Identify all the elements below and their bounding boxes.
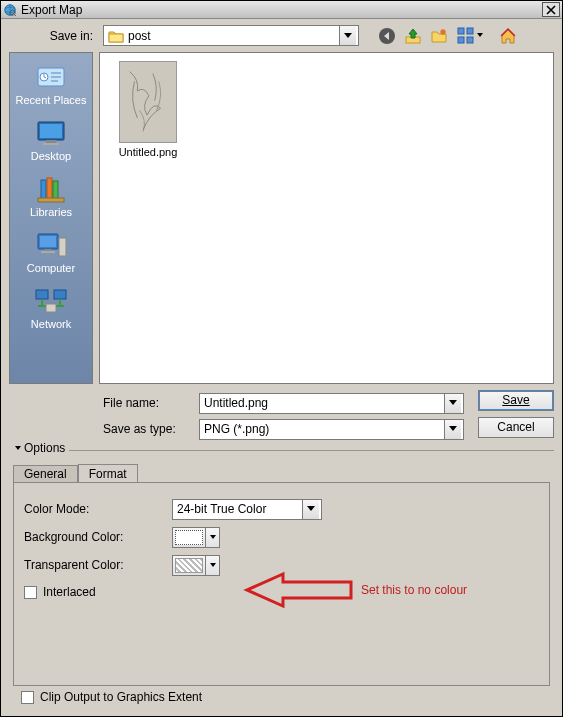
svg-rect-30 [44, 249, 52, 251]
color-swatch [175, 558, 203, 573]
place-label: Libraries [30, 206, 72, 218]
view-icon [457, 27, 475, 45]
navigation-toolbar [377, 26, 518, 46]
options-separator: Options [16, 450, 554, 451]
svg-rect-18 [51, 80, 58, 82]
home-icon [499, 27, 517, 45]
svg-rect-20 [40, 124, 62, 138]
file-item[interactable]: Untitled.png [108, 61, 188, 158]
svg-rect-17 [51, 76, 61, 78]
background-color-label: Background Color: [24, 530, 164, 544]
close-button[interactable] [542, 2, 560, 17]
background-color-picker[interactable] [172, 527, 220, 548]
tab-format[interactable]: Format [78, 464, 138, 483]
svg-rect-24 [47, 178, 52, 200]
place-recent[interactable]: Recent Places [12, 59, 90, 109]
app-icon [3, 3, 17, 17]
dialog-content: Save in: post [1, 19, 562, 716]
svg-rect-26 [38, 198, 64, 202]
chevron-down-icon [15, 446, 21, 450]
dropdown-icon[interactable] [339, 26, 356, 45]
network-icon [34, 286, 68, 316]
svg-rect-23 [41, 180, 46, 200]
color-swatch [175, 530, 203, 545]
interlaced-label: Interlaced [43, 585, 96, 599]
up-one-level-button[interactable] [403, 26, 423, 46]
back-icon [378, 27, 396, 45]
svg-rect-3 [109, 34, 123, 42]
svg-rect-10 [458, 28, 464, 34]
folder-icon [108, 29, 124, 43]
color-mode-combo[interactable]: 24-bit True Color [172, 499, 322, 520]
new-folder-button[interactable] [429, 26, 449, 46]
save-as-type-label: Save as type: [103, 422, 191, 436]
place-libraries[interactable]: Libraries [12, 171, 90, 221]
svg-rect-28 [40, 236, 56, 247]
svg-rect-16 [51, 72, 61, 74]
computer-icon [34, 230, 68, 260]
interlaced-checkbox[interactable] [24, 586, 37, 599]
place-computer[interactable]: Computer [12, 227, 90, 277]
export-map-dialog: Export Map Save in: post [0, 0, 563, 717]
svg-rect-25 [53, 181, 58, 200]
file-name-label: File name: [103, 396, 191, 410]
svg-rect-12 [458, 37, 464, 43]
file-name-value: Untitled.png [204, 396, 268, 410]
file-name-input[interactable]: Untitled.png [199, 393, 464, 414]
bottom-row: Clip Output to Graphics Extent [9, 686, 554, 712]
desktop-icon [34, 118, 68, 148]
svg-rect-29 [59, 238, 66, 256]
transparent-color-label: Transparent Color: [24, 558, 164, 572]
color-mode-value: 24-bit True Color [177, 502, 266, 516]
save-in-folder-name: post [128, 29, 151, 43]
back-button[interactable] [377, 26, 397, 46]
file-area: Recent Places Desktop Libraries [9, 52, 554, 384]
libraries-icon [34, 174, 68, 204]
svg-line-2 [14, 14, 16, 16]
svg-rect-21 [46, 140, 56, 143]
svg-rect-11 [467, 28, 473, 34]
up-arrow-icon [404, 27, 422, 45]
options-expander[interactable]: Options [15, 441, 69, 455]
save-button[interactable]: Save [478, 390, 554, 411]
transparent-color-picker[interactable] [172, 555, 220, 576]
clip-output-checkbox[interactable] [21, 691, 34, 704]
place-label: Computer [27, 262, 75, 274]
file-listing[interactable]: Untitled.png [99, 52, 554, 384]
save-as-type-combo[interactable]: PNG (*.png) [199, 419, 464, 440]
save-in-row: Save in: post [9, 25, 554, 46]
new-folder-icon [430, 27, 448, 45]
options-label: Options [24, 441, 65, 455]
close-icon [546, 5, 556, 15]
dropdown-icon[interactable] [205, 528, 219, 547]
format-tab-panel: Color Mode: 24-bit True Color Background… [13, 482, 550, 686]
dropdown-icon[interactable] [444, 420, 461, 439]
svg-rect-37 [46, 304, 56, 312]
cancel-button[interactable]: Cancel [478, 417, 554, 438]
save-as-type-value: PNG (*.png) [204, 422, 269, 436]
file-name-label: Untitled.png [119, 146, 178, 158]
dropdown-icon[interactable] [302, 500, 319, 519]
clip-output-label: Clip Output to Graphics Extent [40, 690, 202, 704]
place-desktop[interactable]: Desktop [12, 115, 90, 165]
place-label: Recent Places [16, 94, 87, 106]
dropdown-icon[interactable] [444, 394, 461, 413]
chevron-down-icon [477, 33, 483, 38]
dropdown-icon[interactable] [205, 556, 219, 575]
home-button[interactable] [498, 26, 518, 46]
window-title: Export Map [21, 3, 82, 17]
place-label: Network [31, 318, 71, 330]
svg-rect-22 [43, 143, 59, 145]
name-section: File name: Untitled.png Save as type: PN… [9, 390, 554, 442]
save-in-label: Save in: [9, 29, 97, 43]
recent-places-icon [34, 62, 68, 92]
places-bar: Recent Places Desktop Libraries [9, 52, 93, 384]
color-mode-label: Color Mode: [24, 502, 164, 516]
svg-rect-33 [54, 290, 66, 299]
place-network[interactable]: Network [12, 283, 90, 333]
titlebar: Export Map [1, 1, 562, 19]
save-in-combo[interactable]: post [103, 25, 359, 46]
svg-rect-32 [36, 290, 48, 299]
view-menu-button[interactable] [455, 26, 485, 46]
svg-rect-13 [467, 37, 473, 43]
